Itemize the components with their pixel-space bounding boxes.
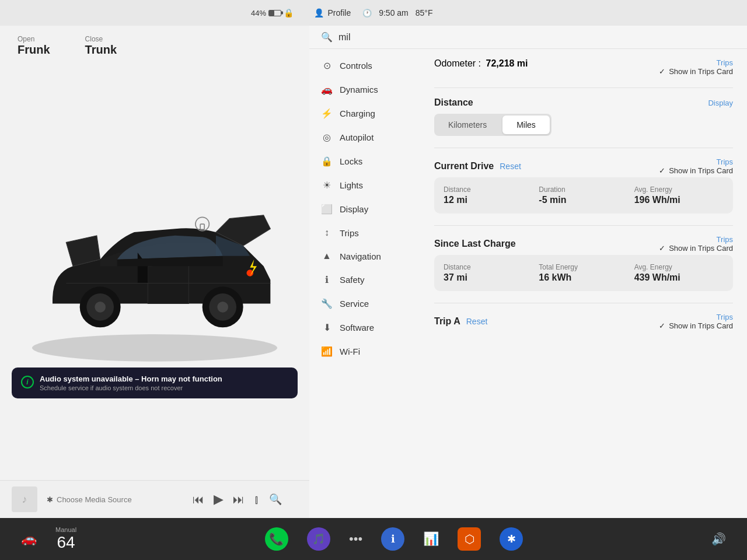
charge-distance-value: 37 mi bbox=[444, 272, 533, 283]
nav-item-dynamics[interactable]: 🚗 Dynamics bbox=[309, 78, 420, 102]
since-charge-title: Since Last Charge bbox=[434, 239, 516, 249]
trip-a-reset[interactable]: Reset bbox=[466, 317, 488, 326]
left-panel: Open Frunk Close Trunk bbox=[0, 26, 309, 518]
frunk-trunk-controls: Open Frunk Close Trunk bbox=[0, 26, 309, 66]
nav-charging-label: Charging bbox=[340, 108, 375, 118]
taskbar-phone[interactable]: 📞 bbox=[256, 523, 298, 555]
nav-item-locks[interactable]: 🔒 Locks bbox=[309, 149, 420, 173]
nav-controls-label: Controls bbox=[340, 61, 372, 71]
drive-distance-value: 12 mi bbox=[444, 195, 533, 205]
drive-energy-label: Avg. Energy bbox=[634, 186, 724, 194]
nav-safety-label: Safety bbox=[340, 275, 365, 285]
navigation-icon: ▲ bbox=[321, 251, 333, 261]
nav-service-label: Service bbox=[340, 299, 369, 309]
nav-item-safety[interactable]: ℹ Safety bbox=[309, 268, 420, 292]
frunk-control[interactable]: Open Frunk bbox=[18, 35, 50, 57]
nav-item-lights[interactable]: ☀ Lights bbox=[309, 173, 420, 197]
check-icon-trip-a: ✓ bbox=[659, 321, 665, 330]
current-drive-card: Distance 12 mi Duration -5 min Avg. Ener… bbox=[434, 177, 733, 214]
charge-energy-value: 16 kWh bbox=[539, 272, 628, 283]
search-bar: 🔍 mil bbox=[309, 26, 747, 49]
media-thumbnail: ♪ bbox=[12, 487, 37, 512]
skip-forward-button[interactable]: ⏭ bbox=[233, 493, 245, 506]
svg-point-3 bbox=[95, 302, 106, 313]
taskbar-media[interactable]: 🎵 bbox=[298, 523, 340, 555]
controls-icon: ⊙ bbox=[321, 60, 333, 71]
trips-link-current-drive[interactable]: Trips bbox=[659, 158, 733, 166]
trunk-control[interactable]: Close Trunk bbox=[85, 35, 117, 57]
service-icon: 🔧 bbox=[321, 298, 333, 309]
taskbar-stats[interactable]: 📊 bbox=[414, 527, 448, 551]
main-content: Open Frunk Close Trunk bbox=[0, 26, 747, 518]
drive-duration-stat: Duration -5 min bbox=[539, 186, 628, 205]
trips-link-trip-a[interactable]: Trips bbox=[659, 313, 733, 321]
skip-back-button[interactable]: ⏮ bbox=[193, 493, 204, 506]
taskbar-car[interactable]: 🚗 bbox=[12, 527, 46, 551]
taskbar-bluetooth[interactable]: ✱ bbox=[490, 523, 532, 555]
kilometers-button[interactable]: Kilometers bbox=[434, 114, 501, 136]
play-button[interactable]: ▶ bbox=[214, 492, 224, 507]
nav-item-wifi[interactable]: 📶 Wi-Fi bbox=[309, 340, 420, 363]
charge-energy-stat: Total Energy 16 kWh bbox=[539, 263, 628, 283]
search-input[interactable]: mil bbox=[338, 32, 735, 43]
trips-link-charge[interactable]: Trips bbox=[659, 235, 733, 244]
media-source-area[interactable]: ✱ Choose Media Source bbox=[47, 495, 167, 504]
trips-icon: ↕ bbox=[321, 228, 333, 238]
check-icon-drive: ✓ bbox=[659, 166, 665, 175]
lights-icon: ☀ bbox=[321, 180, 333, 191]
drive-duration-label: Duration bbox=[539, 186, 628, 194]
odometer-row-left: Odometer : 72,218 mi bbox=[434, 58, 528, 69]
nav-item-service[interactable]: 🔧 Service bbox=[309, 292, 420, 316]
nav-item-charging[interactable]: ⚡ Charging bbox=[309, 102, 420, 125]
taskbar-more[interactable]: ••• bbox=[340, 527, 372, 551]
distance-section-header: Distance Display bbox=[434, 97, 733, 108]
wifi-icon: 📶 bbox=[321, 346, 333, 357]
warning-info-icon bbox=[21, 376, 34, 388]
temp-value: 64 bbox=[57, 533, 75, 552]
status-bar: 44% 🔒 👤 Profile 🕐 9:50 am 85°F bbox=[0, 0, 747, 26]
current-drive-section: Current Drive Reset Trips ✓ Show in Trip… bbox=[434, 158, 733, 214]
phone-icon: 📞 bbox=[265, 527, 288, 551]
media-controls: ⏮ ▶ ⏭ ⫿ 🔍 bbox=[177, 492, 298, 507]
miles-button[interactable]: Miles bbox=[502, 116, 550, 134]
taskbar-volume[interactable]: 🔊 bbox=[702, 527, 735, 551]
warning-toast: Audio system unavailable – Horn may not … bbox=[12, 368, 298, 398]
drive-energy-value: 196 Wh/mi bbox=[634, 195, 724, 205]
since-charge-card: Distance 37 mi Total Energy 16 kWh Avg. … bbox=[434, 255, 733, 291]
nav-menu: ⊙ Controls 🚗 Dynamics ⚡ Charging ◎ Autop… bbox=[309, 49, 420, 518]
frunk-open-label: Open bbox=[18, 35, 34, 43]
charge-total-energy-label: Total Energy bbox=[539, 263, 628, 271]
nav-lights-label: Lights bbox=[340, 180, 363, 190]
nav-item-display[interactable]: ⬜ Display bbox=[309, 197, 420, 221]
bluetooth-icon: ✱ bbox=[47, 495, 53, 504]
profile-area[interactable]: 👤 Profile bbox=[314, 8, 351, 18]
display-link[interactable]: Display bbox=[708, 99, 733, 107]
nav-item-software[interactable]: ⬇ Software bbox=[309, 316, 420, 340]
nav-item-autopilot[interactable]: ◎ Autopilot bbox=[309, 125, 420, 149]
odometer-trips-area: Trips ✓ Show in Trips Card bbox=[659, 58, 733, 76]
taskbar-climate[interactable]: Manual 64 bbox=[46, 522, 86, 556]
current-drive-title: Current Drive bbox=[434, 161, 494, 172]
charge-avg-energy-value: 439 Wh/mi bbox=[634, 272, 724, 283]
media-search-button[interactable]: 🔍 bbox=[269, 493, 282, 506]
equalizer-button[interactable]: ⫿ bbox=[254, 493, 260, 506]
trips-link-odometer[interactable]: Trips bbox=[659, 58, 733, 67]
display-icon: ⬜ bbox=[321, 204, 333, 215]
nav-item-trips[interactable]: ↕ Trips bbox=[309, 221, 420, 244]
software-icon: ⬇ bbox=[321, 322, 333, 333]
taskbar-layers[interactable]: ⬡ bbox=[448, 523, 490, 555]
nav-item-navigation[interactable]: ▲ Navigation bbox=[309, 244, 420, 268]
show-trips-charge: ✓ Show in Trips Card bbox=[659, 244, 733, 253]
nav-item-controls[interactable]: ⊙ Controls bbox=[309, 54, 420, 78]
nav-locks-label: Locks bbox=[340, 156, 362, 166]
drive-duration-value: -5 min bbox=[539, 195, 628, 205]
charge-distance-label: Distance bbox=[444, 263, 533, 271]
taskbar-info[interactable]: ℹ bbox=[372, 523, 414, 555]
locks-icon: 🔒 bbox=[321, 156, 333, 167]
time-display: 9:50 am bbox=[379, 8, 409, 18]
divider-4 bbox=[434, 303, 733, 303]
trunk-close-label: Close bbox=[85, 35, 103, 43]
current-drive-reset[interactable]: Reset bbox=[500, 162, 521, 171]
svg-rect-9 bbox=[200, 224, 204, 229]
car-image-area: Audio system unavailable – Horn may not … bbox=[0, 66, 309, 480]
